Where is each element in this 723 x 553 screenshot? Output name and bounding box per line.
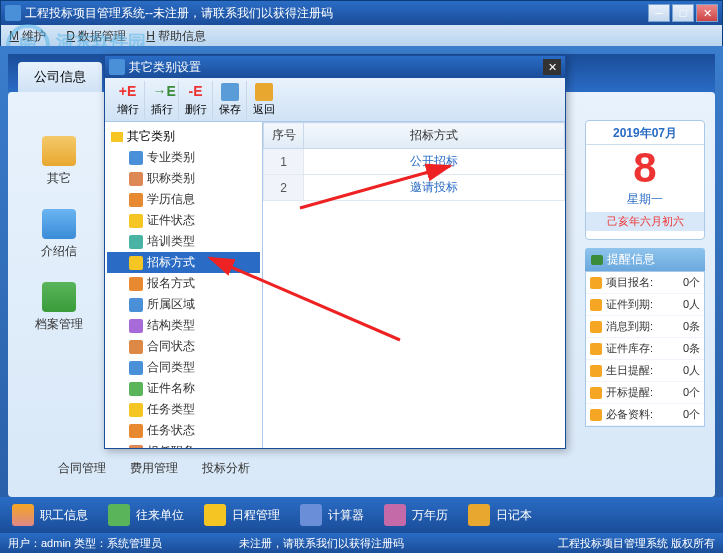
speaker-icon [590, 343, 602, 355]
tree-label: 证件状态 [147, 212, 195, 229]
tree-icon [129, 340, 143, 354]
tree-item-7[interactable]: 所属区域 [107, 294, 260, 315]
title-text: 工程投标项目管理系统--未注册，请联系我们以获得注册码 [25, 5, 648, 22]
reminder-count: 0个 [683, 407, 700, 422]
reminder-label: 证件库存: [606, 341, 653, 356]
tree-item-9[interactable]: 合同状态 [107, 336, 260, 357]
table-row[interactable]: 1公开招标 [264, 149, 565, 175]
reminder-row[interactable]: 消息到期:0条 [586, 316, 704, 338]
calendar-lunar: 己亥年六月初六 [586, 212, 704, 231]
tree-label: 任务状态 [147, 422, 195, 439]
reminder-label: 生日提醒: [606, 363, 653, 378]
toolbar-delete-row[interactable]: -E删行 [179, 81, 213, 119]
tree-icon [129, 256, 143, 270]
calc-icon [300, 504, 322, 526]
speaker-icon [590, 277, 602, 289]
nav-other[interactable]: 其它 [18, 136, 100, 187]
launch-staff[interactable]: 职工信息 [12, 504, 88, 526]
speaker-icon [590, 409, 602, 421]
launch-calc[interactable]: 计算器 [300, 504, 364, 526]
reminder-count: 0人 [683, 297, 700, 312]
tree-root[interactable]: 其它类别 [107, 126, 260, 147]
menu-data[interactable]: D 数据管理 [66, 28, 126, 45]
nav-archive[interactable]: 档案管理 [18, 282, 100, 333]
cell-value[interactable]: 公开招标 [304, 149, 565, 175]
launch-units[interactable]: 往来单位 [108, 504, 184, 526]
cell-seq: 1 [264, 149, 304, 175]
data-grid: 序号 招标方式 1公开招标2邀请投标 [263, 122, 565, 448]
tree-item-8[interactable]: 结构类型 [107, 315, 260, 336]
toolbar-save[interactable]: 保存 [213, 81, 247, 119]
tree-item-0[interactable]: 专业类别 [107, 147, 260, 168]
tree-label: 结构类型 [147, 317, 195, 334]
table-row[interactable]: 2邀请投标 [264, 175, 565, 201]
bell-icon [204, 504, 226, 526]
category-tree: 其它类别 专业类别职称类别学历信息证件状态培训类型招标方式报名方式所属区域结构类… [105, 122, 263, 448]
folder-icon [42, 136, 76, 166]
status-center: 未注册，请联系我们以获得注册码 [239, 536, 404, 551]
dialog-title-text: 其它类别设置 [129, 59, 201, 76]
reminder-row[interactable]: 生日提醒:0人 [586, 360, 704, 382]
maximize-button[interactable]: □ [672, 4, 694, 22]
diary-icon [468, 504, 490, 526]
speaker-icon [590, 365, 602, 377]
tab-company-info[interactable]: 公司信息 [18, 62, 102, 92]
tree-item-10[interactable]: 合同类型 [107, 357, 260, 378]
launch-calendar[interactable]: 万年历 [384, 504, 448, 526]
reminder-row[interactable]: 证件库存:0条 [586, 338, 704, 360]
launcher-bar: 职工信息 往来单位 日程管理 计算器 万年历 日记本 [0, 497, 723, 533]
tree-item-5[interactable]: 招标方式 [107, 252, 260, 273]
tree-item-13[interactable]: 任务状态 [107, 420, 260, 441]
reminder-row[interactable]: 开标提醒:0个 [586, 382, 704, 404]
col-seq[interactable]: 序号 [264, 123, 304, 149]
nav-intro-letter[interactable]: 介绍信 [18, 209, 100, 260]
left-nav: 其它 介绍信 档案管理 [18, 102, 100, 487]
tree-item-4[interactable]: 培训类型 [107, 231, 260, 252]
menu-maintain[interactable]: M 维护 [9, 28, 46, 45]
main-titlebar: 工程投标项目管理系统--未注册，请联系我们以获得注册码 ─ □ ✕ [1, 1, 722, 25]
dialog-close-button[interactable]: ✕ [543, 59, 561, 75]
speaker-icon [590, 299, 602, 311]
tree-item-12[interactable]: 任务类型 [107, 399, 260, 420]
tree-icon [129, 403, 143, 417]
tree-icon [129, 214, 143, 228]
calendar-month: 2019年07月 [586, 125, 704, 145]
launch-diary[interactable]: 日记本 [468, 504, 532, 526]
tree-label: 合同状态 [147, 338, 195, 355]
units-icon [108, 504, 130, 526]
reminder-row[interactable]: 项目报名:0个 [586, 272, 704, 294]
status-bar: 用户：admin 类型：系统管理员 未注册，请联系我们以获得注册码 工程投标项目… [0, 533, 723, 553]
cell-value[interactable]: 邀请投标 [304, 175, 565, 201]
toolbar-return[interactable]: 返回 [247, 81, 281, 119]
reminder-row[interactable]: 证件到期:0人 [586, 294, 704, 316]
toolbar-add-row[interactable]: +E增行 [111, 81, 145, 119]
tree-item-14[interactable]: 担任职务 [107, 441, 260, 448]
col-method[interactable]: 招标方式 [304, 123, 565, 149]
reminder-count: 0条 [683, 319, 700, 334]
reminder-label: 开标提醒: [606, 385, 653, 400]
faded-nav: 合同管理 费用管理 投标分析 [58, 460, 250, 477]
launch-schedule[interactable]: 日程管理 [204, 504, 280, 526]
reminder-label: 消息到期: [606, 319, 653, 334]
tree-item-3[interactable]: 证件状态 [107, 210, 260, 231]
reminder-label: 证件到期: [606, 297, 653, 312]
tree-item-11[interactable]: 证件名称 [107, 378, 260, 399]
toolbar-insert-row[interactable]: →E插行 [145, 81, 179, 119]
minimize-button[interactable]: ─ [648, 4, 670, 22]
tree-item-1[interactable]: 职称类别 [107, 168, 260, 189]
app-icon [5, 5, 21, 21]
calendar-weekday: 星期一 [586, 191, 704, 208]
tree-icon [129, 424, 143, 438]
tree-item-6[interactable]: 报名方式 [107, 273, 260, 294]
reminder-row[interactable]: 必备资料:0个 [586, 404, 704, 426]
book-icon [42, 282, 76, 312]
dialog-icon [109, 59, 125, 75]
tree-label: 担任职务 [147, 443, 195, 448]
close-button[interactable]: ✕ [696, 4, 718, 22]
tree-label: 职称类别 [147, 170, 195, 187]
cell-seq: 2 [264, 175, 304, 201]
menu-help[interactable]: H 帮助信息 [146, 28, 206, 45]
speaker-icon [590, 321, 602, 333]
tree-item-2[interactable]: 学历信息 [107, 189, 260, 210]
status-copyright: 工程投标项目管理系统 版权所有 [558, 536, 715, 551]
